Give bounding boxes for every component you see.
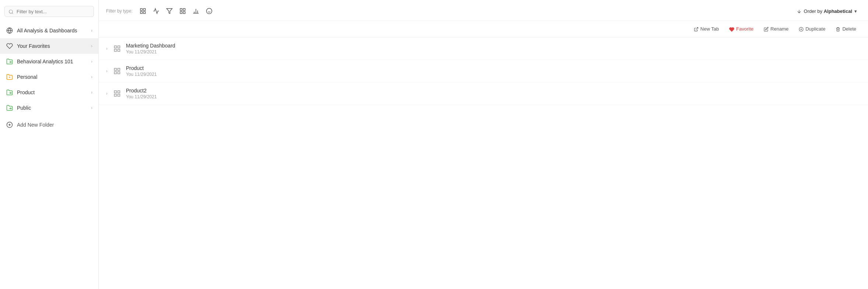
svg-rect-18 [180, 12, 182, 14]
order-button[interactable]: Order by Alphabetical ▾ [793, 6, 861, 16]
svg-rect-38 [115, 71, 117, 74]
dashboard-icon [113, 44, 122, 53]
list-item-product2-meta: You 11/29/2021 [126, 94, 157, 99]
search-icon [8, 8, 14, 14]
toolbar: Filter by type: [99, 0, 868, 21]
sidebar-item-behavioral[interactable]: Behavioral Analytics 101 › [0, 54, 98, 69]
chevron-right-icon: › [91, 74, 92, 80]
rename-icon [764, 26, 769, 32]
filter-user-button[interactable] [203, 5, 215, 17]
sidebar-item-public-label: Public [17, 105, 31, 111]
sidebar-item-public[interactable]: Public › [0, 100, 98, 116]
sidebar-item-personal[interactable]: Personal › [0, 69, 98, 85]
svg-rect-40 [115, 91, 117, 93]
chevron-down-icon: ▾ [854, 8, 857, 14]
svg-rect-33 [118, 46, 120, 48]
main-content: Filter by type: [99, 0, 868, 289]
globe-icon [6, 27, 13, 34]
sidebar-item-behavioral-label: Behavioral Analytics 101 [17, 59, 73, 64]
delete-icon [836, 26, 840, 32]
chevron-right-icon: › [91, 59, 92, 64]
sidebar: All Analysis & Dashboards › Your Favorit… [0, 0, 99, 289]
new-tab-button[interactable]: New Tab [689, 24, 723, 34]
svg-marker-15 [167, 8, 172, 14]
dashboard-icon [113, 89, 122, 98]
add-circle-icon [6, 121, 13, 128]
heart-icon [6, 42, 13, 50]
list-item-product[interactable]: › Product You 11/29/2021 [99, 60, 868, 82]
list-item-marketing-name: Marketing Dashboard [126, 43, 175, 49]
list-item-marketing-meta: You 11/29/2021 [126, 49, 175, 54]
svg-rect-19 [183, 12, 185, 14]
list-item-product2[interactable]: › Product2 You 11/29/2021 [99, 82, 868, 105]
svg-rect-36 [115, 68, 117, 70]
svg-point-0 [9, 10, 13, 13]
add-folder-button[interactable]: Add New Folder [0, 117, 98, 133]
svg-point-5 [9, 77, 10, 78]
svg-rect-13 [140, 12, 142, 14]
new-tab-icon [694, 26, 699, 32]
sidebar-item-all-label: All Analysis & Dashboards [17, 28, 77, 34]
svg-rect-35 [118, 49, 120, 51]
favorite-label: Favorite [736, 26, 753, 32]
chevron-right-icon: › [91, 43, 92, 49]
filter-dashboard-button[interactable] [137, 5, 149, 17]
svg-point-24 [207, 8, 212, 14]
sidebar-item-favorites[interactable]: Your Favorites › [0, 38, 98, 54]
sidebar-item-favorites-label: Your Favorites [17, 43, 50, 49]
svg-line-1 [12, 13, 13, 14]
folder-personal-icon [6, 73, 13, 81]
filter-chart-button[interactable] [150, 5, 162, 17]
expand-chevron-icon: › [106, 46, 108, 51]
order-text: Order by Alphabetical [804, 8, 852, 14]
duplicate-button[interactable]: Duplicate [794, 24, 830, 34]
svg-line-28 [696, 28, 698, 30]
sidebar-item-product[interactable]: Product › [0, 85, 98, 100]
rename-label: Rename [770, 26, 788, 32]
search-box[interactable] [4, 6, 94, 17]
dashboard-icon [113, 67, 122, 75]
chevron-right-icon: › [91, 90, 92, 95]
list-item-product-name: Product [126, 65, 157, 71]
delete-button[interactable]: Delete [831, 24, 861, 34]
svg-rect-11 [140, 8, 142, 10]
new-tab-label: New Tab [700, 26, 719, 32]
sidebar-item-product-label: Product [17, 89, 35, 95]
svg-rect-12 [144, 8, 145, 10]
expand-chevron-icon: › [106, 91, 108, 96]
list-item-marketing[interactable]: › Marketing Dashboard You 11/29/2021 [99, 38, 868, 60]
sidebar-item-all[interactable]: All Analysis & Dashboards › [0, 23, 98, 38]
svg-rect-16 [180, 8, 182, 10]
folder-behavioral-icon [6, 58, 13, 65]
svg-rect-37 [118, 68, 120, 70]
svg-point-4 [10, 61, 11, 63]
filter-grid-button[interactable] [177, 5, 189, 17]
svg-rect-34 [115, 49, 117, 51]
rename-button[interactable]: Rename [759, 24, 793, 34]
svg-point-7 [10, 108, 11, 109]
expand-chevron-icon: › [106, 68, 108, 74]
delete-label: Delete [842, 26, 856, 32]
svg-point-6 [10, 92, 11, 94]
filter-funnel-button[interactable] [164, 5, 175, 17]
favorite-button[interactable]: Favorite [725, 24, 758, 34]
duplicate-label: Duplicate [805, 26, 825, 32]
folder-public-icon [6, 104, 13, 112]
action-buttons-bar: New Tab Favorite Rename [99, 21, 868, 38]
list-item-product-meta: You 11/29/2021 [126, 72, 157, 77]
svg-rect-32 [115, 46, 117, 48]
content-list: › Marketing Dashboard You 11/29/2021 › [99, 38, 868, 289]
heart-filled-icon [729, 26, 734, 32]
search-input[interactable] [17, 9, 90, 14]
sidebar-item-personal-label: Personal [17, 74, 37, 80]
order-area: Order by Alphabetical ▾ [793, 6, 861, 16]
chevron-right-icon: › [91, 105, 92, 110]
svg-rect-17 [183, 8, 185, 10]
filter-label: Filter by type: [106, 8, 133, 14]
chevron-right-icon: › [91, 28, 92, 33]
filter-bar-button[interactable] [190, 5, 202, 17]
svg-rect-14 [144, 12, 145, 14]
duplicate-icon [799, 26, 804, 32]
list-item-product2-name: Product2 [126, 88, 157, 94]
svg-rect-42 [115, 94, 117, 96]
